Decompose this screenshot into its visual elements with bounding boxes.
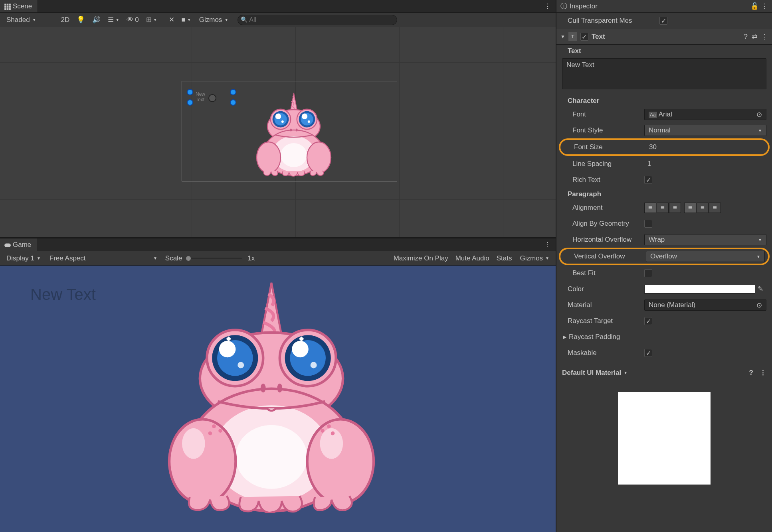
gizmo-center[interactable] bbox=[208, 94, 216, 102]
scene-grid-icon bbox=[4, 3, 10, 10]
scale-value: 1x bbox=[247, 254, 255, 262]
align-middle-button[interactable]: ≡ bbox=[697, 203, 709, 213]
component-menu-icon[interactable]: ⋮ bbox=[761, 33, 768, 41]
color-swatch[interactable] bbox=[644, 285, 755, 294]
object-picker-icon[interactable]: ⊙ bbox=[756, 301, 762, 309]
tools-button[interactable]: ✕ bbox=[166, 14, 178, 26]
raycastpad-label: Raycast Padding bbox=[569, 333, 641, 341]
svg-point-17 bbox=[307, 142, 331, 173]
gizmos-dropdown[interactable]: Gizmos ▼ bbox=[195, 14, 233, 26]
align-top-button[interactable]: ≡ bbox=[684, 203, 696, 213]
raycast-row: Raycast Target bbox=[556, 313, 772, 329]
gizmo-handle-tl[interactable] bbox=[187, 89, 193, 95]
material-menu-icon[interactable]: ⋮ bbox=[760, 368, 766, 377]
chevron-down-icon: ▼ bbox=[545, 256, 549, 260]
game-tab-menu-icon[interactable]: ⋮ bbox=[544, 240, 552, 249]
inspector-menu-icon[interactable]: ⋮ bbox=[761, 2, 768, 10]
default-material-header[interactable]: Default UI Material ▼ ? ⋮ bbox=[556, 365, 772, 380]
info-icon: ⓘ bbox=[560, 2, 567, 11]
fx-button[interactable]: ☰▼ bbox=[105, 14, 123, 26]
material-field[interactable]: None (Material) ⊙ bbox=[644, 299, 766, 311]
gizmo-handle-tr[interactable] bbox=[230, 89, 236, 95]
svg-point-34 bbox=[277, 384, 282, 392]
material-row: Material None (Material) ⊙ bbox=[556, 297, 772, 313]
default-material-section: Default UI Material ▼ ? ⋮ bbox=[556, 365, 772, 497]
game-text-label: New Text bbox=[30, 286, 96, 303]
scale-slider-thumb[interactable] bbox=[186, 256, 191, 261]
align-right-button[interactable]: ≡ bbox=[669, 203, 681, 213]
gizmo-handle-bl[interactable] bbox=[187, 99, 193, 106]
component-name: Text bbox=[592, 33, 605, 41]
cull-transparent-checkbox[interactable] bbox=[659, 17, 667, 25]
camera-button[interactable]: ■▼ bbox=[178, 14, 194, 26]
display-label: Display 1 bbox=[6, 254, 34, 262]
game-gizmos-dropdown[interactable]: Gizmos ▼ bbox=[516, 253, 553, 264]
stack-icon: ☰ bbox=[108, 16, 114, 24]
alignbygeom-label: Align By Geometry bbox=[572, 220, 644, 228]
text-component-enable-checkbox[interactable] bbox=[580, 33, 588, 41]
aspect-label: Free Aspect bbox=[49, 254, 86, 262]
linespacing-row: Line Spacing bbox=[556, 156, 772, 172]
alignbygeom-checkbox[interactable] bbox=[644, 220, 652, 228]
fontsize-input[interactable] bbox=[646, 142, 765, 153]
text-input[interactable] bbox=[562, 58, 766, 89]
lighting-toggle-button[interactable]: 💡 bbox=[73, 14, 88, 26]
font-field[interactable]: AaArial ⊙ bbox=[644, 109, 766, 120]
scale-slider[interactable] bbox=[186, 258, 242, 259]
preset-icon[interactable]: ⇄ bbox=[752, 33, 757, 41]
aspect-dropdown[interactable]: Free Aspect ▼ bbox=[46, 253, 161, 264]
color-row: Color ✎ bbox=[556, 281, 772, 297]
stats-button[interactable]: Stats bbox=[493, 253, 515, 264]
maskable-checkbox[interactable] bbox=[644, 349, 652, 357]
richtext-checkbox[interactable] bbox=[644, 176, 652, 184]
shading-mode-dropdown[interactable]: Shaded ▼ bbox=[2, 14, 40, 26]
raycastpad-row[interactable]: ▶ Raycast Padding bbox=[556, 329, 772, 345]
richtext-label: Rich Text bbox=[572, 176, 644, 184]
scene-tab-menu-icon[interactable]: ⋮ bbox=[544, 2, 552, 10]
svg-point-27 bbox=[292, 341, 309, 358]
linespacing-input[interactable] bbox=[644, 158, 766, 169]
fontstyle-dropdown[interactable]: Normal ▼ bbox=[644, 125, 766, 136]
scene-viewport[interactable]: New Text bbox=[0, 27, 556, 237]
align-bottom-button[interactable]: ≡ bbox=[709, 203, 721, 213]
svg-point-40 bbox=[218, 429, 222, 433]
separator bbox=[235, 15, 235, 25]
grid-button[interactable]: ⊞▼ bbox=[143, 14, 160, 26]
svg-point-29 bbox=[311, 362, 317, 368]
hoverflow-row: Horizontal Overflow Wrap ▼ bbox=[556, 232, 772, 248]
scene-search-input[interactable] bbox=[238, 15, 397, 25]
game-tab[interactable]: Game bbox=[0, 238, 37, 251]
scene-text-preview: New Text bbox=[196, 91, 205, 102]
display-dropdown[interactable]: Display 1 ▼ bbox=[2, 253, 45, 264]
svg-point-35 bbox=[169, 419, 236, 503]
scene-tab[interactable]: Scene bbox=[0, 0, 38, 12]
chevron-down-icon: ▼ bbox=[32, 18, 36, 22]
align-left-button[interactable]: ≡ bbox=[644, 203, 656, 213]
gizmo-handle-br[interactable] bbox=[230, 99, 236, 106]
help-icon[interactable]: ? bbox=[749, 369, 753, 377]
inspector-panel: ⓘ Inspector 🔓 ⋮ Cull Transparent Mes ▼ T… bbox=[556, 0, 772, 532]
alignbygeom-row: Align By Geometry bbox=[556, 216, 772, 232]
audio-toggle-button[interactable]: 🔊 bbox=[89, 14, 104, 26]
text-component-header[interactable]: ▼ T Text ? ⇄ ⋮ bbox=[556, 29, 772, 45]
game-viewport[interactable]: New Text bbox=[0, 266, 556, 532]
cull-transparent-row: Cull Transparent Mes bbox=[556, 13, 772, 29]
chevron-down-icon: ▼ bbox=[187, 18, 191, 22]
voverflow-dropdown[interactable]: Overflow ▼ bbox=[646, 251, 765, 262]
help-icon[interactable]: ? bbox=[744, 33, 748, 41]
fontsize-row: Font Size bbox=[559, 138, 770, 156]
scene-tab-bar: Scene ⋮ bbox=[0, 0, 556, 13]
bestfit-checkbox[interactable] bbox=[644, 269, 652, 277]
maximize-button[interactable]: Maximize On Play bbox=[390, 253, 451, 264]
scale-label: Scale bbox=[165, 254, 182, 262]
eyedropper-icon[interactable]: ✎ bbox=[758, 285, 766, 294]
hidden-button[interactable]: 👁0 bbox=[123, 14, 142, 26]
mode-2d-button[interactable]: 2D bbox=[58, 14, 73, 26]
svg-point-43 bbox=[321, 429, 325, 433]
raycast-checkbox[interactable] bbox=[644, 317, 652, 325]
hoverflow-dropdown[interactable]: Wrap ▼ bbox=[644, 234, 766, 245]
object-picker-icon[interactable]: ⊙ bbox=[756, 110, 762, 119]
align-center-button[interactable]: ≡ bbox=[657, 203, 669, 213]
lock-icon[interactable]: 🔓 bbox=[750, 2, 759, 10]
mute-button[interactable]: Mute Audio bbox=[452, 253, 493, 264]
